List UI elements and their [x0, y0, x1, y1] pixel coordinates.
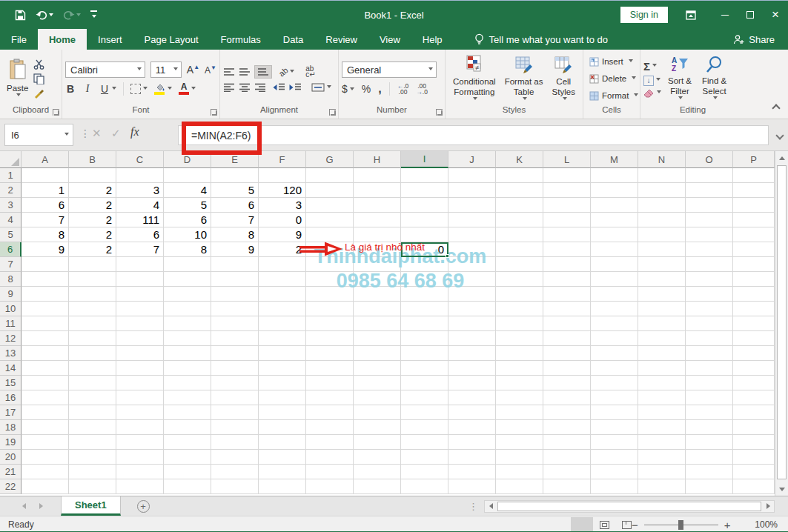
cell-O13[interactable]: [686, 346, 733, 361]
cell-P13[interactable]: [733, 346, 775, 361]
cell-O11[interactable]: [686, 316, 733, 331]
cell-I11[interactable]: [401, 316, 448, 331]
increase-decimal-button[interactable]: ←.0.00: [397, 83, 409, 95]
cell-J12[interactable]: [448, 331, 496, 346]
cell-C4[interactable]: 111: [116, 213, 164, 227]
cell-B16[interactable]: [69, 390, 116, 405]
cell-I5[interactable]: [401, 227, 448, 242]
cell-P21[interactable]: [733, 465, 775, 479]
cell-L6[interactable]: [543, 242, 591, 257]
cell-G14[interactable]: [306, 361, 354, 376]
insert-function-button[interactable]: fx: [130, 125, 139, 139]
cell-M8[interactable]: [591, 272, 638, 287]
row-header-1[interactable]: 1: [0, 168, 21, 183]
cell-J13[interactable]: [448, 346, 496, 361]
cell-P9[interactable]: [733, 287, 775, 302]
cell-L11[interactable]: [543, 316, 591, 331]
font-name-combo[interactable]: Calibri: [65, 61, 145, 78]
cell-G2[interactable]: [306, 183, 354, 198]
cell-B2[interactable]: 2: [69, 183, 116, 198]
cell-C11[interactable]: [116, 316, 164, 331]
maximize-button[interactable]: [738, 9, 763, 21]
cell-N15[interactable]: [638, 376, 686, 390]
column-header-J[interactable]: J: [448, 151, 496, 168]
cell-A6[interactable]: 9: [21, 242, 69, 257]
cell-C9[interactable]: [116, 287, 164, 302]
collapse-ribbon-button[interactable]: [772, 104, 780, 112]
cell-C14[interactable]: [116, 361, 164, 376]
cell-L9[interactable]: [543, 287, 591, 302]
cell-G21[interactable]: [306, 465, 354, 479]
cell-C5[interactable]: 6: [116, 227, 164, 242]
cell-D8[interactable]: [164, 272, 211, 287]
fill-button[interactable]: ↓: [643, 76, 661, 86]
cell-F10[interactable]: [259, 302, 306, 316]
cell-E14[interactable]: [211, 361, 259, 376]
cell-L8[interactable]: [543, 272, 591, 287]
cell-C15[interactable]: [116, 376, 164, 390]
cell-P22[interactable]: [733, 479, 775, 494]
cell-P3[interactable]: [733, 198, 775, 213]
cell-J9[interactable]: [448, 287, 496, 302]
cell-K16[interactable]: [496, 390, 543, 405]
cell-C12[interactable]: [116, 331, 164, 346]
cell-E16[interactable]: [211, 390, 259, 405]
cell-E6[interactable]: 9: [211, 242, 259, 257]
cell-E1[interactable]: [211, 168, 259, 183]
cell-F16[interactable]: [259, 390, 306, 405]
cell-A5[interactable]: 8: [21, 227, 69, 242]
cell-G4[interactable]: [306, 213, 354, 227]
horizontal-scrollbar-thumb[interactable]: [497, 502, 761, 511]
cell-H3[interactable]: [354, 198, 401, 213]
row-header-7[interactable]: 7: [0, 257, 21, 272]
cell-I4[interactable]: [401, 213, 448, 227]
cell-F17[interactable]: [259, 405, 306, 420]
tab-page-layout[interactable]: Page Layout: [133, 29, 210, 50]
cell-F19[interactable]: [259, 435, 306, 450]
cell-M16[interactable]: [591, 390, 638, 405]
cell-F9[interactable]: [259, 287, 306, 302]
cell-J21[interactable]: [448, 465, 496, 479]
column-header-N[interactable]: N: [638, 151, 686, 168]
italic-button[interactable]: I: [82, 83, 93, 95]
cell-L18[interactable]: [543, 420, 591, 435]
cell-P12[interactable]: [733, 331, 775, 346]
cell-L13[interactable]: [543, 346, 591, 361]
cell-D1[interactable]: [164, 168, 211, 183]
cell-L19[interactable]: [543, 435, 591, 450]
cell-B10[interactable]: [69, 302, 116, 316]
cell-A11[interactable]: [21, 316, 69, 331]
cell-D7[interactable]: [164, 257, 211, 272]
cell-H15[interactable]: [354, 376, 401, 390]
cell-B22[interactable]: [69, 479, 116, 494]
cell-G11[interactable]: [306, 316, 354, 331]
increase-indent-button[interactable]: [289, 83, 302, 92]
cell-H10[interactable]: [354, 302, 401, 316]
cell-B4[interactable]: 2: [69, 213, 116, 227]
comma-style-button[interactable]: ,: [378, 82, 381, 96]
cell-D16[interactable]: [164, 390, 211, 405]
cell-E11[interactable]: [211, 316, 259, 331]
cell-N3[interactable]: [638, 198, 686, 213]
cell-J3[interactable]: [448, 198, 496, 213]
cell-K13[interactable]: [496, 346, 543, 361]
cut-button[interactable]: [33, 59, 44, 70]
cell-E19[interactable]: [211, 435, 259, 450]
row-header-17[interactable]: 17: [0, 405, 21, 420]
cell-F13[interactable]: [259, 346, 306, 361]
cell-C17[interactable]: [116, 405, 164, 420]
cell-O8[interactable]: [686, 272, 733, 287]
cell-B3[interactable]: 2: [69, 198, 116, 213]
cell-H9[interactable]: [354, 287, 401, 302]
cell-N10[interactable]: [638, 302, 686, 316]
clear-button[interactable]: [643, 89, 661, 98]
cell-K17[interactable]: [496, 405, 543, 420]
zoom-level[interactable]: 100%: [755, 519, 778, 530]
cell-M7[interactable]: [591, 257, 638, 272]
cell-N6[interactable]: [638, 242, 686, 257]
font-size-combo[interactable]: 11: [150, 61, 182, 78]
cell-G6[interactable]: [306, 242, 354, 257]
cell-B15[interactable]: [69, 376, 116, 390]
tab-home[interactable]: Home: [38, 29, 87, 50]
scroll-up-button[interactable]: [776, 152, 788, 164]
